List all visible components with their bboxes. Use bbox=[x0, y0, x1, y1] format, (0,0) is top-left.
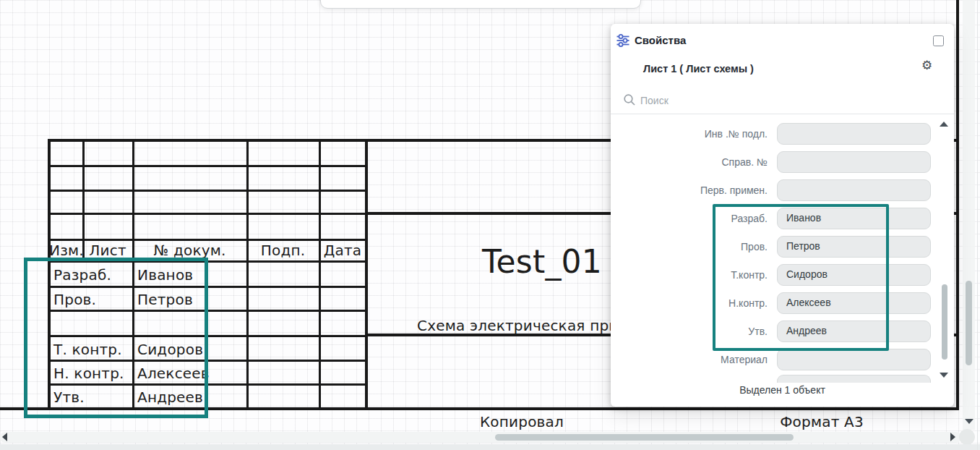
field-row: Перв. примен. bbox=[611, 179, 954, 201]
field-input[interactable] bbox=[777, 123, 931, 145]
field-row: Инв .№ подл. bbox=[611, 123, 954, 145]
field-label: Инв .№ подл. bbox=[611, 123, 768, 145]
footer-copied-label: Копировал bbox=[450, 413, 594, 430]
footer-format-label: Формат А3 bbox=[749, 413, 894, 430]
search-input[interactable]: Поиск bbox=[640, 95, 669, 106]
doc-code-text: Test_01 bbox=[448, 243, 636, 280]
toolbar-popup-remnant bbox=[320, 0, 641, 9]
field-input[interactable] bbox=[777, 179, 931, 201]
drawing-highlight-rect bbox=[24, 258, 208, 418]
canvas-scroll-down-arrow[interactable] bbox=[965, 419, 973, 424]
search-icon bbox=[623, 93, 636, 106]
app-bottom-strip bbox=[0, 444, 980, 450]
titleblock-header-data: Дата bbox=[320, 242, 365, 259]
gear-icon[interactable]: ⚙ bbox=[921, 59, 932, 72]
scrollbar-corner-button[interactable] bbox=[959, 429, 975, 445]
field-label: Перв. примен. bbox=[611, 179, 768, 201]
titleblock-header-docnum: № докум. bbox=[134, 242, 246, 259]
window-right-edge bbox=[977, 0, 978, 450]
panel-pin-checkbox[interactable] bbox=[933, 35, 944, 46]
panel-scroll-up-arrow[interactable] bbox=[940, 122, 948, 127]
properties-panel: Свойства Лист 1 ( Лист схемы ) ⚙ Поиск И… bbox=[611, 24, 954, 407]
sliders-icon bbox=[616, 33, 630, 48]
titleblock-header-podp: Подп. bbox=[248, 242, 318, 259]
panel-divider bbox=[611, 114, 954, 114]
panel-highlight-rect bbox=[713, 204, 889, 351]
field-row: Материал bbox=[611, 349, 954, 370]
canvas-scroll-left-arrow[interactable] bbox=[2, 433, 7, 441]
canvas-scroll-right-arrow[interactable] bbox=[950, 433, 955, 441]
field-label: Материал bbox=[611, 349, 768, 370]
canvas-horizontal-scrollbar[interactable] bbox=[0, 432, 961, 443]
sheet-subtitle: Лист 1 ( Лист схемы ) bbox=[643, 63, 754, 75]
canvas-horizontal-scrollbar-thumb[interactable] bbox=[495, 434, 794, 441]
field-input[interactable] bbox=[777, 349, 931, 370]
titleblock-header-izm: Изм. bbox=[49, 242, 82, 259]
panel-title: Свойства bbox=[635, 34, 686, 46]
field-row: Справ. № bbox=[611, 151, 954, 173]
field-label: Справ. № bbox=[611, 151, 768, 173]
titleblock-header-list: Лист bbox=[84, 242, 132, 259]
selection-status: Выделен 1 объект bbox=[611, 384, 954, 396]
field-input[interactable] bbox=[777, 151, 931, 173]
canvas-vertical-scrollbar-thumb[interactable] bbox=[966, 281, 972, 365]
field-input-clipped[interactable] bbox=[777, 375, 931, 383]
panel-scrollbar-thumb[interactable] bbox=[942, 284, 947, 360]
panel-scroll-down-arrow[interactable] bbox=[940, 373, 948, 378]
